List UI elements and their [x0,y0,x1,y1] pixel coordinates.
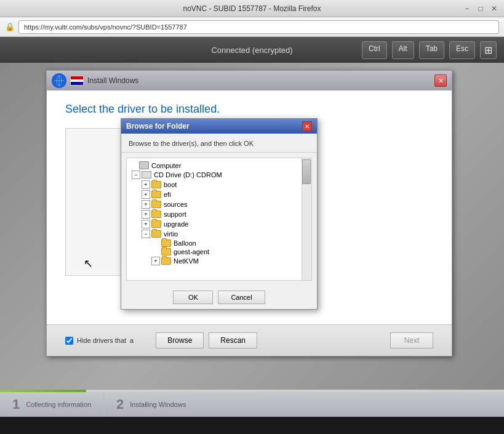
dialog-title: Browse for Folder [126,122,190,131]
windows-installer-window: Install Windows ✕ Select the driver to b… [46,70,452,356]
computer-icon [139,161,149,169]
browse-for-folder-dialog[interactable]: Browse for Folder ✕ Browse to the driver… [121,118,318,310]
boot-expander[interactable]: + [142,180,150,189]
address-bar[interactable] [18,20,499,34]
folder-icon-efi [151,191,161,198]
efi-label: efi [164,191,171,198]
progress-area: 1 Collecting information 2 Installing Wi… [0,390,504,417]
guest-agent-label: guest-agent [174,248,209,255]
steps-bar: 1 Collecting information 2 Installing Wi… [0,392,504,417]
tree-item-upgrade[interactable]: + upgrade [142,219,299,229]
folder-icon-virtio [151,230,161,238]
folder-icon-netkvm [161,257,171,265]
installer-nav-buttons: Browse Rescan Next [156,332,433,348]
ctrl-button[interactable]: Ctrl [362,41,387,59]
lock-icon: 🔒 [5,22,15,31]
step2-label: Installing Windows [130,401,186,408]
maximize-button[interactable]: □ [476,4,486,14]
installer-heading: Select the driver to be installed. [65,103,433,116]
checkbox-label-continue: a [130,337,134,344]
rescan-button[interactable]: Rescan [209,332,257,348]
installer-content: Select the driver to be installed. ↖ Bro… [47,90,452,324]
tree-content: Computer − CD Drive (D:) CDROM + boo [127,158,302,268]
step1-number: 1 [12,398,20,411]
windows-flag-icon [70,76,84,86]
tree-item-cd-drive[interactable]: − CD Drive (D:) CDROM [132,170,299,180]
cd-drive-icon [142,171,151,179]
cd-drive-label: CD Drive (D:) CDROM [154,171,222,179]
browser-titlebar: noVNC - SUBID 1557787 - Mozilla Firefox … [0,0,504,17]
netkvm-expander[interactable]: + [151,257,160,265]
step-1: 1 Collecting information [0,392,103,417]
support-expander[interactable]: + [142,210,150,219]
tree-item-support[interactable]: + support [142,209,299,219]
installer-title-text: Install Windows [87,76,431,85]
cancel-button[interactable]: Cancel [218,291,265,304]
browser-title: noVNC - SUBID 1557787 - Mozilla Firefox [183,4,321,13]
virtio-expander[interactable]: − [142,230,150,238]
boot-label: boot [164,181,177,188]
balloon-label: Balloon [174,239,196,247]
sources-expander[interactable]: + [142,200,150,209]
esc-button[interactable]: Esc [449,41,475,59]
sources-label: sources [164,201,188,208]
installer-titlebar: Install Windows ✕ [47,71,452,90]
step-2: 2 Installing Windows [104,392,198,417]
tree-item-balloon[interactable]: Balloon [151,239,299,247]
folder-icon-upgrade [151,220,161,228]
novnc-status: Connected (encrypted) [211,46,292,55]
minimize-button[interactable]: − [462,4,472,14]
folder-icon-balloon [161,239,171,247]
upgrade-label: upgrade [164,220,188,228]
installer-close-button[interactable]: ✕ [434,74,447,87]
browse-button[interactable]: Browse [156,332,204,348]
tree-item-virtio[interactable]: − virtio [142,229,299,239]
support-label: support [164,211,186,218]
folder-icon-sources [151,201,161,208]
tree-item-boot[interactable]: + boot [142,180,299,190]
dialog-buttons: OK Cancel [121,286,317,309]
virtio-label: virtio [164,230,178,238]
checkbox-label: Hide drivers that [77,337,126,344]
browser-window-controls: − □ ✕ [462,4,499,14]
novnc-key-buttons: Ctrl Alt Tab Esc ⊞ [362,41,497,59]
efi-expander[interactable]: + [142,190,150,199]
multikey-button[interactable]: ⊞ [480,41,497,59]
tree-item-netkvm[interactable]: + NetKVM [151,256,299,266]
upgrade-expander[interactable]: + [142,220,150,228]
installer-bottom-bar: Hide drivers that a Browse Rescan Next [47,324,452,356]
cd-drive-expander[interactable]: − [132,171,140,179]
step1-label: Collecting information [26,401,91,408]
hide-drivers-checkbox[interactable] [65,337,73,345]
tree-item-computer[interactable]: Computer [129,161,299,170]
checkbox-area: Hide drivers that a [65,337,134,345]
tree-item-guest-agent[interactable]: guest-agent [151,247,299,256]
folder-icon-boot [151,181,161,188]
computer-label: Computer [151,162,181,169]
windows-globe-icon [52,73,66,88]
browser-addressbar: 🔒 [0,17,504,37]
tree-item-efi[interactable]: + efi [142,190,299,199]
dialog-instruction: Browse to the driver(s), and then click … [121,134,317,153]
folder-tree[interactable]: Computer − CD Drive (D:) CDROM + boo [126,158,312,281]
step2-number: 2 [116,398,124,411]
tab-button[interactable]: Tab [419,41,444,59]
ok-button[interactable]: OK [173,291,213,304]
alt-button[interactable]: Alt [392,41,414,59]
dialog-titlebar: Browse for Folder ✕ [121,119,317,134]
scrollbar-thumb[interactable] [302,159,311,184]
vnc-area[interactable]: Install Windows ✕ Select the driver to b… [0,63,504,417]
netkvm-label: NetKVM [174,257,199,265]
dialog-close-button[interactable]: ✕ [302,121,312,131]
next-button[interactable]: Next [390,332,433,348]
folder-icon-guest-agent [161,248,171,255]
tree-item-sources[interactable]: + sources [142,199,299,209]
tree-scrollbar[interactable] [302,158,311,280]
novnc-toolbar: Connected (encrypted) Ctrl Alt Tab Esc ⊞ [0,37,504,63]
close-button[interactable]: ✕ [489,4,499,14]
folder-icon-support [151,211,161,218]
